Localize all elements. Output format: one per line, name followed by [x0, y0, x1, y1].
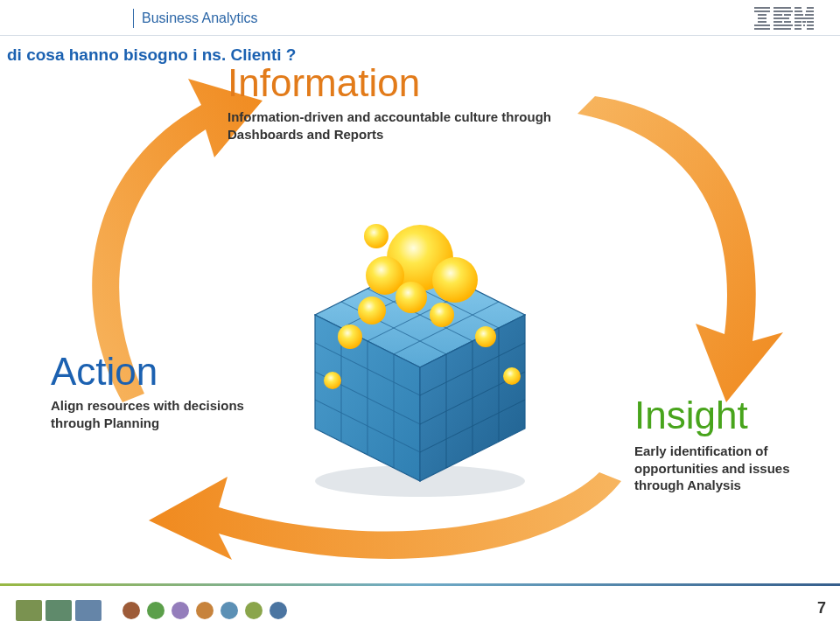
svg-rect-18	[794, 10, 802, 12]
svg-rect-30	[807, 28, 814, 30]
svg-point-59	[430, 303, 454, 327]
svg-rect-13	[784, 21, 791, 23]
svg-rect-0	[754, 7, 770, 9]
svg-point-61	[475, 326, 496, 347]
svg-rect-11	[774, 17, 789, 19]
svg-point-60	[338, 324, 362, 349]
svg-point-63	[324, 372, 341, 389]
svg-rect-19	[806, 10, 814, 12]
svg-rect-27	[803, 24, 805, 26]
svg-rect-23	[794, 21, 802, 23]
svg-rect-3	[758, 17, 766, 19]
svg-rect-1	[754, 10, 770, 12]
svg-rect-9	[774, 14, 782, 16]
footer-dots-icon	[122, 602, 287, 619]
svg-rect-24	[802, 21, 806, 23]
footer-thumbnails	[16, 600, 102, 621]
svg-rect-2	[758, 14, 766, 16]
svg-rect-16	[794, 7, 802, 9]
action-block: Action Align resources with decisions th…	[51, 350, 252, 431]
header: Business Analytics	[0, 0, 840, 35]
svg-rect-29	[794, 28, 802, 30]
information-block: Information Information-driven and accou…	[228, 61, 604, 143]
ibm-logo-icon	[754, 7, 814, 33]
cycle-diagram: Information Information-driven and accou…	[0, 52, 840, 560]
data-cube-icon	[289, 210, 551, 499]
svg-point-53	[364, 224, 388, 248]
svg-rect-14	[774, 24, 793, 26]
svg-point-58	[358, 297, 386, 324]
svg-rect-25	[807, 21, 814, 23]
action-title: Action	[51, 350, 252, 394]
action-description: Align resources with decisions through P…	[51, 397, 252, 431]
footer: 7	[0, 581, 840, 628]
svg-rect-5	[754, 24, 770, 26]
svg-rect-21	[805, 14, 814, 16]
svg-rect-7	[774, 7, 791, 9]
svg-point-56	[432, 257, 478, 303]
svg-rect-15	[774, 28, 791, 30]
arrow-info-to-insight-icon	[578, 87, 788, 402]
svg-rect-20	[794, 14, 803, 16]
information-description: Information-driven and accountable cultu…	[228, 108, 604, 143]
insight-title: Insight	[634, 394, 827, 437]
svg-rect-6	[754, 28, 770, 30]
svg-rect-28	[807, 24, 814, 26]
header-divider	[133, 9, 134, 28]
insight-description: Early identification of opportunities an…	[634, 443, 827, 494]
svg-rect-26	[794, 24, 802, 26]
svg-rect-4	[758, 21, 766, 23]
svg-rect-17	[807, 7, 814, 9]
page-number: 7	[817, 599, 826, 618]
svg-point-62	[503, 367, 521, 385]
information-title: Information	[228, 61, 604, 105]
svg-rect-22	[794, 17, 814, 19]
header-line	[0, 35, 840, 36]
footer-line	[0, 583, 840, 586]
svg-rect-12	[774, 21, 782, 23]
svg-rect-8	[774, 10, 793, 12]
svg-point-57	[396, 282, 427, 313]
insight-block: Insight Early identification of opportun…	[634, 394, 827, 494]
svg-rect-10	[784, 14, 791, 16]
brand-label: Business Analytics	[142, 10, 258, 26]
